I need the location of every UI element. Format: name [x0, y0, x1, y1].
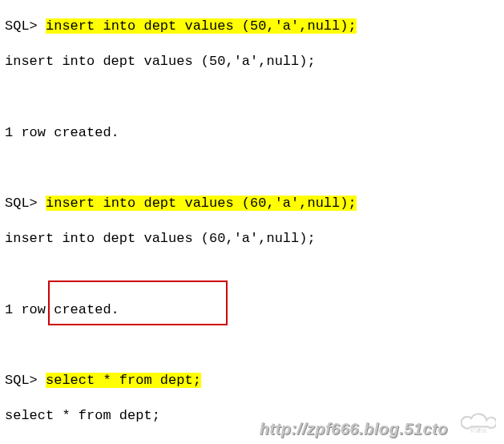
sql-echo-insert-60: insert into dept values (60,'a',null);: [5, 230, 499, 248]
sql-stmt-select: select * from dept;: [46, 373, 201, 388]
watermark-logo-icon: 亿速云: [461, 409, 496, 433]
sql-prompt: SQL>: [5, 18, 38, 34]
svg-text:亿速云: 亿速云: [470, 427, 487, 433]
watermark-url: http://zpf666.blog.51cto: [260, 418, 448, 439]
sql-stmt-insert-50: insert into dept values (50,'a',null);: [46, 18, 357, 34]
sql-stmt-insert-60: insert into dept values (60,'a',null);: [46, 196, 357, 211]
sql-echo-insert-50: insert into dept values (50,'a',null);: [5, 53, 499, 71]
sql-terminal: SQL> insert into dept values (50,'a',nul…: [0, 0, 504, 444]
sql-prompt: SQL>: [5, 196, 38, 211]
feedback-row-created-2: 1 row created.: [5, 301, 499, 319]
sql-prompt: SQL>: [5, 373, 38, 388]
feedback-row-created-1: 1 row created.: [5, 124, 499, 142]
